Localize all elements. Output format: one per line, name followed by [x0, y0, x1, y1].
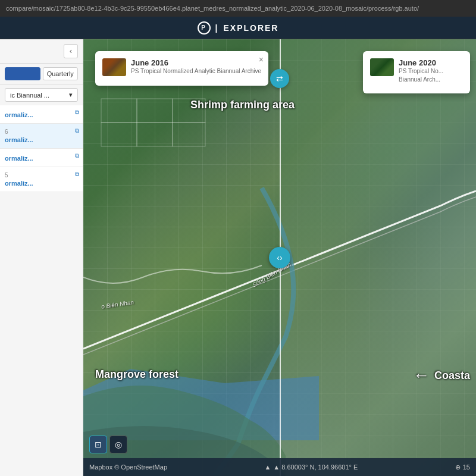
- left-popup-content: June 2016 PS Tropical Normalized Analyti…: [131, 58, 261, 76]
- zoom-value: 15: [463, 464, 470, 471]
- right-popup-desc: PS Tropical No... Biannual Arch...: [399, 67, 463, 84]
- basemap-icon: ◎: [115, 440, 122, 449]
- item-year-label: 6: [5, 129, 78, 135]
- item-title: ormaliz...: [5, 111, 78, 118]
- split-view-icon: ⊡: [95, 440, 102, 449]
- left-popup-title: June 2016: [131, 58, 261, 67]
- item-year-label: 5: [5, 172, 78, 178]
- header-title: EXPLORER: [223, 23, 278, 33]
- right-popup-content: June 2020 PS Tropical No... Biannual Arc…: [399, 58, 463, 84]
- split-view-tool[interactable]: ⊡: [89, 436, 107, 453]
- left-popup-header: June 2016 PS Tropical Normalized Analyti…: [102, 58, 261, 76]
- collapse-button[interactable]: ‹: [64, 44, 78, 58]
- right-popup-thumb-img: [370, 58, 394, 76]
- right-popup-title: June 2020: [399, 58, 463, 67]
- sidebar-dropdown[interactable]: ic Biannual ... ▾: [5, 88, 78, 102]
- sidebar-tabs: Quarterly: [0, 64, 83, 84]
- map-area[interactable]: Sông Biên Nhan o Biên Nhan Shrimp farmin…: [83, 39, 476, 476]
- dropdown-arrow-icon: ▾: [69, 91, 73, 99]
- list-item[interactable]: ormaliz... ⧉: [0, 105, 83, 124]
- external-link-icon: ⧉: [75, 109, 79, 116]
- left-popup-desc: PS Tropical Normalized Analytic Biannual…: [131, 67, 261, 76]
- compass-icon: ▲: [264, 464, 271, 471]
- list-item[interactable]: 6 ormaliz... ⧉: [0, 124, 83, 149]
- dropdown-label: ic Biannual ...: [10, 92, 49, 99]
- planet-logo-icon: P: [198, 21, 211, 35]
- left-popup-card: × June 2016 PS Tropical Normalized Analy…: [95, 51, 268, 86]
- tab-left[interactable]: [5, 67, 40, 80]
- left-popup-thumb-img: [102, 58, 126, 76]
- water-area: [83, 369, 319, 440]
- app-header: P | EXPLORER: [0, 17, 476, 39]
- right-popup-thumbnail: [370, 58, 394, 76]
- external-link-icon: ⧉: [75, 152, 79, 159]
- map-tools: ⊡ ◎: [89, 436, 127, 453]
- left-popup-thumbnail: [102, 58, 126, 76]
- external-link-icon: ⧉: [75, 171, 79, 178]
- split-handle-icon: ‹›: [277, 253, 282, 262]
- zoom-icon: ⊕: [455, 464, 461, 471]
- swap-icon: ⇄: [276, 74, 283, 83]
- map-bottom-bar: Mapbox © OpenStreetMap ▲ ▲ 8.60003° N, 1…: [83, 458, 476, 476]
- header-logo: P | EXPLORER: [198, 21, 279, 35]
- attribution-text: Mapbox © OpenStreetMap: [89, 464, 167, 471]
- sidebar: ‹ Quarterly ic Biannual ... ▾ ormaliz...…: [0, 39, 83, 476]
- right-popup-header: June 2020 PS Tropical No... Biannual Arc…: [370, 58, 463, 84]
- external-link-icon: ⧉: [75, 127, 79, 134]
- left-popup-close[interactable]: ×: [259, 55, 264, 64]
- zoom-display: ⊕ 15: [455, 464, 470, 471]
- coordinates-text: ▲ 8.60003° N, 104.96601° E: [273, 464, 358, 471]
- split-handle[interactable]: ‹›: [269, 247, 290, 268]
- item-title: ormaliz...: [5, 155, 78, 162]
- basemap-tool[interactable]: ◎: [109, 436, 127, 453]
- url-text: compare/mosaic/1725ab80-8e12-4b3c-9c25-9…: [6, 5, 419, 12]
- list-item[interactable]: ormaliz... ⧉: [0, 149, 83, 167]
- swap-button[interactable]: ⇄: [270, 69, 289, 88]
- coordinates-display: ▲ ▲ 8.60003° N, 104.96601° E: [264, 464, 358, 471]
- sidebar-header: ‹: [0, 39, 83, 64]
- item-title: ormaliz...: [5, 180, 78, 187]
- list-item[interactable]: 5 ormaliz... ⧉: [0, 167, 83, 192]
- url-bar: compare/mosaic/1725ab80-8e12-4b3c-9c25-9…: [0, 0, 476, 17]
- item-title: ormaliz...: [5, 136, 78, 143]
- tab-quarterly[interactable]: Quarterly: [43, 67, 79, 80]
- main-layout: ‹ Quarterly ic Biannual ... ▾ ormaliz...…: [0, 39, 476, 476]
- header-separator: |: [215, 23, 219, 33]
- right-popup-card: June 2020 PS Tropical No... Biannual Arc…: [363, 51, 470, 93]
- sidebar-list: ormaliz... ⧉ 6 ormaliz... ⧉ ormaliz... ⧉…: [0, 105, 83, 476]
